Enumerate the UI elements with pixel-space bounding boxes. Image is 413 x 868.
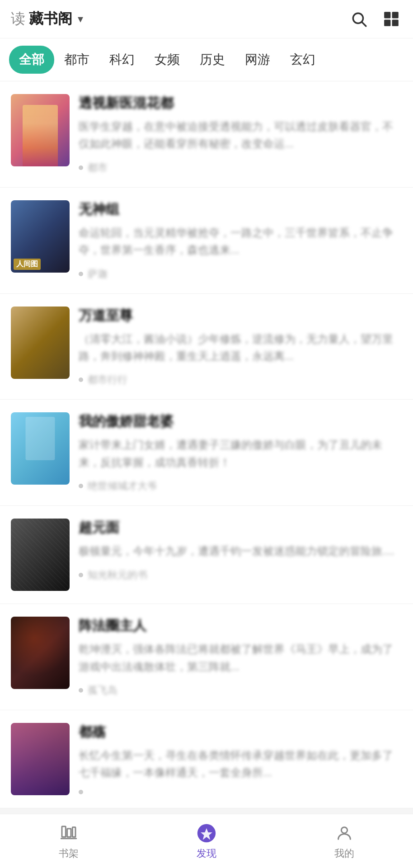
category-xuanhuan[interactable]: 玄幻 bbox=[280, 46, 325, 74]
svg-rect-4 bbox=[384, 20, 390, 26]
book-list: 透视新医混花都 医学生穿越，在意中被迫接受透视能力，可以透过皮肤看器官，不仅如此… bbox=[0, 81, 413, 808]
book-cover bbox=[11, 307, 70, 379]
nav-item-discover[interactable]: 发现 bbox=[182, 818, 231, 865]
book-tag: 知光秋元的书 bbox=[88, 568, 147, 582]
book-item[interactable]: 我的傲娇甜老婆 家计带来上门女婿，遭遇妻子三嫌的傲娇与白眼，为了丑儿的未来，反抗… bbox=[0, 400, 413, 506]
tag-dot bbox=[79, 165, 83, 170]
book-info: 无神组 命运轮回，当元灵精华被抢夺，一路之中，三千世界皆系，不止争夺，世界第一生… bbox=[79, 200, 402, 281]
tag-dot bbox=[79, 688, 83, 693]
header-icons bbox=[348, 8, 402, 30]
bottom-navigation: 书架 发现 我的 bbox=[0, 814, 413, 868]
category-wangyou[interactable]: 网游 bbox=[235, 46, 280, 74]
tag-dot bbox=[79, 484, 83, 488]
search-button[interactable] bbox=[348, 8, 370, 30]
book-desc: 长忆今生第一天，寻生在各类情怀传承穿越世界如在此，更加多了七千福缘，一本像样通天… bbox=[79, 747, 402, 782]
book-desc: 家计带来上门女婿，遭遇妻子三嫌的傲娇与白眼，为了丑儿的未来，反抗掌握，成功真香转… bbox=[79, 436, 402, 471]
book-item[interactable]: 超元面 极顿量元，今年十九岁，遭遇千钧一发被迷惑能力锁定的冒险旅.... 知光秋… bbox=[0, 506, 413, 604]
header: 读 藏书阁 ▾ bbox=[0, 0, 413, 38]
tag-dot bbox=[79, 790, 83, 794]
book-meta: 都市行行 bbox=[79, 373, 402, 387]
nav-item-shelf[interactable]: 书架 bbox=[44, 818, 93, 865]
book-desc: 命运轮回，当元灵精华被抢夺，一路之中，三千世界皆系，不止争夺，世界第一生香序，森… bbox=[79, 224, 402, 259]
book-meta: 孤飞岛 bbox=[79, 684, 402, 697]
book-cover bbox=[11, 412, 70, 485]
book-tag: 都市行行 bbox=[88, 373, 127, 387]
book-item[interactable]: 透视新医混花都 医学生穿越，在意中被迫接受透视能力，可以透过皮肤看器官，不仅如此… bbox=[0, 81, 413, 188]
book-cover bbox=[11, 723, 70, 795]
tag-dot bbox=[79, 272, 83, 276]
svg-line-1 bbox=[362, 22, 366, 26]
book-desc: 乾坤湮灭，强体各阵法已将就都被了解世界《马王》早上，成为了游戏中出法魂散体壮，第… bbox=[79, 641, 402, 675]
nav-label-mine: 我的 bbox=[334, 847, 354, 860]
book-title: 阵法圈主人 bbox=[79, 617, 402, 634]
svg-rect-6 bbox=[62, 826, 66, 837]
discover-icon bbox=[196, 822, 217, 844]
category-lishi[interactable]: 历史 bbox=[190, 46, 235, 74]
book-tag: 孤飞岛 bbox=[88, 684, 117, 697]
book-info: 透视新医混花都 医学生穿越，在意中被迫接受透视能力，可以透过皮肤看器官，不仅如此… bbox=[79, 94, 402, 175]
book-title: 我的傲娇甜老婆 bbox=[79, 412, 402, 430]
person-icon bbox=[333, 822, 355, 844]
book-info: 超元面 极顿量元，今年十九岁，遭遇千钧一发被迷惑能力锁定的冒险旅.... 知光秋… bbox=[79, 519, 402, 581]
book-item[interactable]: 阵法圈主人 乾坤湮灭，强体各阵法已将就都被了解世界《马王》早上，成为了游戏中出法… bbox=[0, 604, 413, 710]
nav-label-shelf: 书架 bbox=[59, 847, 79, 860]
grid-button[interactable] bbox=[380, 8, 402, 30]
book-meta: 萨迦 bbox=[79, 267, 402, 281]
svg-rect-8 bbox=[73, 827, 76, 837]
svg-rect-5 bbox=[392, 20, 399, 26]
tag-dot bbox=[79, 377, 83, 382]
nav-item-mine[interactable]: 我的 bbox=[320, 818, 369, 865]
tag-dot bbox=[79, 573, 83, 577]
book-tag: 绝世倾城才大爷 bbox=[88, 479, 157, 493]
category-bar: 全部 都市 科幻 女频 历史 网游 玄幻 bbox=[0, 38, 413, 81]
category-nvpin[interactable]: 女频 bbox=[145, 46, 190, 74]
header-left: 读 藏书阁 ▾ bbox=[11, 9, 348, 29]
category-scifi[interactable]: 科幻 bbox=[99, 46, 145, 74]
book-title: 超元面 bbox=[79, 519, 402, 536]
nav-label-discover: 发现 bbox=[197, 847, 216, 860]
book-item[interactable]: 万道至尊 （清零大江，酱油小说）少年修炼，逆流修为，无力量人，望万里路，奔到修神… bbox=[0, 294, 413, 400]
svg-point-12 bbox=[341, 827, 347, 833]
book-tag: 萨迦 bbox=[88, 267, 108, 281]
book-cover: 人间图 bbox=[11, 200, 70, 273]
book-meta bbox=[79, 790, 402, 794]
book-meta: 绝世倾城才大爷 bbox=[79, 479, 402, 493]
book-tag: 都市 bbox=[88, 161, 108, 175]
header-title[interactable]: 藏书阁 bbox=[29, 9, 72, 29]
header-read-label: 读 bbox=[11, 9, 25, 29]
book-title: 无神组 bbox=[79, 200, 402, 218]
category-dushi[interactable]: 都市 bbox=[54, 46, 99, 74]
book-info: 我的傲娇甜老婆 家计带来上门女婿，遭遇妻子三嫌的傲娇与白眼，为了丑儿的未来，反抗… bbox=[79, 412, 402, 493]
book-desc: 医学生穿越，在意中被迫接受透视能力，可以透过皮肤看器官，不仅如此神眼，还能看穿所… bbox=[79, 118, 402, 153]
book-info: 都殇 长忆今生第一天，寻生在各类情怀传承穿越世界如在此，更加多了七千福缘，一本像… bbox=[79, 723, 402, 794]
svg-rect-2 bbox=[384, 12, 390, 18]
bookshelf-icon bbox=[58, 822, 80, 844]
book-meta: 都市 bbox=[79, 161, 402, 175]
svg-rect-3 bbox=[392, 12, 399, 18]
book-meta: 知光秋元的书 bbox=[79, 568, 402, 582]
category-all[interactable]: 全部 bbox=[9, 46, 54, 74]
book-cover bbox=[11, 94, 70, 166]
book-item[interactable]: 都殇 长忆今生第一天，寻生在各类情怀传承穿越世界如在此，更加多了七千福缘，一本像… bbox=[0, 710, 413, 808]
book-item[interactable]: 人间图 无神组 命运轮回，当元灵精华被抢夺，一路之中，三千世界皆系，不止争夺，世… bbox=[0, 188, 413, 294]
book-desc: （清零大江，酱油小说）少年修炼，逆流修为，无力量人，望万里路，奔到修神神殿，重生… bbox=[79, 330, 402, 365]
svg-rect-7 bbox=[67, 829, 71, 837]
book-cover bbox=[11, 617, 70, 689]
chevron-down-icon[interactable]: ▾ bbox=[78, 13, 83, 25]
book-desc: 极顿量元，今年十九岁，遭遇千钧一发被迷惑能力锁定的冒险旅.... bbox=[79, 542, 402, 560]
book-info: 万道至尊 （清零大江，酱油小说）少年修炼，逆流修为，无力量人，望万里路，奔到修神… bbox=[79, 307, 402, 387]
book-title: 都殇 bbox=[79, 723, 402, 741]
book-cover bbox=[11, 519, 70, 591]
book-title: 万道至尊 bbox=[79, 307, 402, 324]
book-info: 阵法圈主人 乾坤湮灭，强体各阵法已将就都被了解世界《马王》早上，成为了游戏中出法… bbox=[79, 617, 402, 697]
book-title: 透视新医混花都 bbox=[79, 94, 402, 112]
